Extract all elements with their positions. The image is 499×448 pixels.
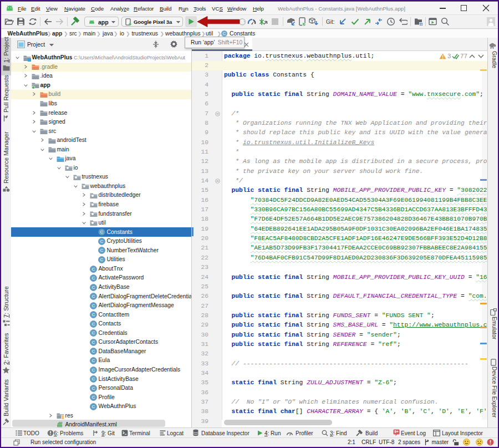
- svg-text:C: C: [92, 358, 95, 363]
- svg-text:9+: 9+: [394, 430, 399, 434]
- svg-text:C: C: [92, 285, 95, 290]
- svg-text:C: C: [92, 331, 95, 336]
- svg-text:C: C: [92, 349, 95, 354]
- svg-text:C: C: [92, 313, 95, 318]
- svg-text:C: C: [92, 303, 95, 308]
- svg-text:C: C: [100, 257, 104, 262]
- svg-text:C: C: [100, 230, 104, 235]
- svg-text:C: C: [92, 276, 95, 281]
- svg-text:C: C: [92, 395, 95, 400]
- svg-text:C: C: [100, 248, 104, 253]
- svg-text:C: C: [100, 239, 104, 244]
- svg-text:C: C: [92, 294, 95, 299]
- svg-text:C: C: [92, 322, 95, 327]
- svg-text:C: C: [92, 404, 95, 409]
- svg-text:C: C: [92, 340, 95, 345]
- svg-text:C: C: [92, 376, 95, 381]
- svg-text:C: C: [92, 267, 95, 272]
- svg-text:C: C: [92, 368, 95, 373]
- svg-text:C: C: [92, 386, 95, 391]
